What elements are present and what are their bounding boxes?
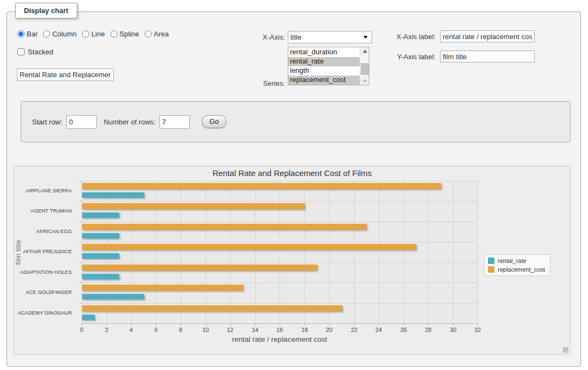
legend-swatch-icon [488,258,494,264]
bar-rental_rate [82,253,119,259]
x-tick-label: 24 [370,327,387,333]
gridline-horizontal [82,222,478,222]
series-option-rental_duration[interactable]: rental_duration [288,48,360,57]
stacked-checkbox[interactable] [17,48,24,55]
category-label: AFRICAN EGG [1,228,72,235]
chart-type-option-column[interactable]: Column [43,30,77,38]
x-tick-mark [329,323,330,326]
chart-type-option-line[interactable]: Line [82,30,105,38]
gridline-vertical [280,181,280,323]
gridline-horizontal [82,181,478,181]
chart-type-option-bar[interactable]: Bar [17,30,38,38]
gridline-vertical [329,181,330,323]
x-tick-mark [354,323,355,326]
x-tick-mark [82,323,82,326]
x-axis-label-input[interactable] [440,30,535,42]
radio-bar[interactable] [17,30,24,37]
legend-label: replacement_cost [498,266,545,273]
chart-x-axis-title: rental rate / replacement cost [82,335,478,343]
gridline-horizontal [82,303,478,304]
x-tick-label: 18 [296,327,313,333]
display-chart-fieldset: BarColumnLineSplineArea Stacked X-Axis: … [7,11,581,367]
legend-item-rental_rate[interactable]: rental_rate [488,258,545,264]
x-tick-mark [379,323,379,326]
radio-spline[interactable] [110,30,117,37]
x-axis-label-caption: X-Axis label: [382,33,436,41]
legend-swatch-icon [488,266,494,273]
resize-handle-icon[interactable] [563,347,568,353]
gridline-vertical [478,181,478,323]
x-axis-select[interactable]: title [288,31,372,43]
series-label: Series: [214,79,285,87]
category-label: ADAPTATION HOLES [1,269,72,275]
series-scrollbar[interactable] [360,47,369,85]
series-options: rental_durationrental_ratelengthreplacem… [288,48,360,85]
gridline-vertical [428,181,429,323]
x-tick-mark [305,323,305,326]
start-row-label: Start row: [32,118,63,126]
x-tick-label: 28 [420,327,436,333]
gridline-horizontal [82,242,478,242]
bar-replacement_cost [82,183,441,189]
gridline-vertical [255,181,256,323]
bar-replacement_cost [82,285,243,291]
gridline-vertical [206,181,206,323]
bar-replacement_cost [82,305,342,311]
stacked-label: Stacked [28,48,53,56]
x-tick-label: 20 [321,327,337,333]
x-tick-label: 12 [222,327,238,333]
x-tick-label: 30 [445,327,461,333]
num-rows-label: Number of rows: [104,118,156,126]
x-tick-mark [181,323,181,326]
gridline-vertical [131,181,132,323]
chart-container: Rental Rate and Replacement Cost of Film… [14,166,571,355]
category-label: AIRPLANE SIERRA [1,187,72,194]
x-axis-select-label: X-Axis: [214,33,285,41]
x-tick-label: 16 [271,327,288,333]
num-rows-input[interactable] [159,115,190,129]
go-button[interactable]: Go [202,115,226,128]
bar-rental_rate [82,274,119,279]
x-tick-mark [156,323,157,326]
scroll-down-icon[interactable] [360,77,369,85]
legend-item-replacement_cost[interactable]: replacement_cost [488,266,545,273]
y-tick-mark [79,181,82,181]
gridline-vertical [156,181,157,323]
series-option-length[interactable]: length [288,66,360,76]
gridline-vertical [404,181,404,323]
series-listbox[interactable]: rental_durationrental_ratelengthreplacem… [288,47,369,85]
chart-type-option-text: Bar [27,30,38,38]
x-tick-label: 22 [346,327,362,333]
gridline-vertical [181,181,181,323]
radio-area[interactable] [145,30,152,37]
category-label: ACE GOLDFINGER [1,289,72,296]
y-tick-mark [79,222,82,222]
x-tick-label: 2 [98,327,115,333]
chart-title-input[interactable] [17,68,114,81]
chart-type-option-text: Line [91,30,105,38]
series-option-rental_rate[interactable]: rental_rate [288,57,360,66]
series-option-replacement_cost[interactable]: replacement_cost [288,76,360,85]
y-tick-mark [79,303,82,304]
rows-panel: Start row: Number of rows: Go [21,101,571,142]
x-tick-mark [230,323,231,326]
y-tick-mark [79,242,82,242]
scroll-thumb[interactable] [361,63,369,75]
x-tick-mark [404,323,404,326]
x-tick-mark [453,323,454,326]
y-tick-mark [79,201,82,202]
radio-line[interactable] [82,30,89,37]
x-tick-label: 4 [123,327,139,333]
y-axis-label-input[interactable] [440,51,535,62]
chart-type-option-area[interactable]: Area [145,30,169,38]
category-label: ACADEMY DINOSAUR [1,310,72,316]
x-tick-label: 32 [469,327,486,333]
chart-type-option-spline[interactable]: Spline [110,30,139,38]
x-tick-mark [428,323,429,326]
start-row-input[interactable] [66,115,97,129]
chart-title: Rental Rate and Replacement Cost of Film… [14,168,570,178]
legend-label: rental_rate [498,258,527,264]
gridline-vertical [107,181,107,323]
radio-column[interactable] [43,30,50,37]
scroll-up-icon[interactable] [360,47,369,55]
